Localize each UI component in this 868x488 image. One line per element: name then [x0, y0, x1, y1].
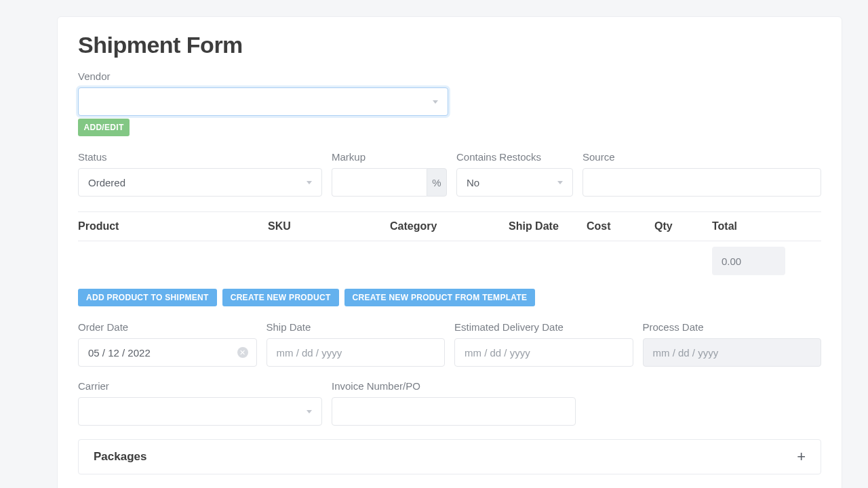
product-actions: ADD PRODUCT TO SHIPMENT CREATE NEW PRODU…: [78, 289, 821, 306]
ship-date-placeholder: mm / dd / yyyy: [277, 347, 342, 359]
order-date-value: 05 / 12 / 2022: [88, 347, 151, 359]
restocks-label: Contains Restocks: [456, 151, 573, 163]
plus-icon[interactable]: +: [797, 449, 806, 464]
page-title: Shipment Form: [78, 32, 821, 58]
status-row: Status Ordered Markup % Contains Restock…: [78, 151, 821, 197]
source-input[interactable]: [583, 168, 821, 197]
markup-label: Markup: [332, 151, 447, 163]
order-date-input[interactable]: 05 / 12 / 2022 ✕: [78, 338, 257, 367]
chevron-down-icon: [433, 100, 438, 104]
delivery-date-placeholder: mm / dd / yyyy: [465, 347, 530, 359]
status-value: Ordered: [88, 177, 125, 188]
markup-input-field[interactable]: [342, 177, 417, 188]
restocks-select[interactable]: No: [456, 168, 573, 197]
shipment-form-card: Shipment Form Vendor ADD/EDIT Status Ord…: [57, 16, 842, 488]
status-select[interactable]: Ordered: [78, 168, 322, 197]
create-product-button[interactable]: CREATE NEW PRODUCT: [222, 289, 339, 306]
invoice-input-field[interactable]: [342, 406, 566, 418]
ship-date-input[interactable]: mm / dd / yyyy: [267, 338, 446, 367]
chevron-down-icon: [557, 181, 563, 184]
col-sku: SKU: [268, 220, 390, 232]
dates-row: Order Date 05 / 12 / 2022 ✕ Ship Date mm…: [78, 321, 821, 367]
invoice-label: Invoice Number/PO: [332, 380, 576, 392]
add-edit-vendor-button[interactable]: ADD/EDIT: [78, 119, 130, 136]
carrier-label: Carrier: [78, 380, 322, 392]
chevron-down-icon: [307, 181, 312, 184]
col-total: Total: [712, 220, 821, 232]
process-date-input: mm / dd / yyyy: [643, 338, 822, 367]
ship-date-label: Ship Date: [267, 321, 446, 333]
delivery-date-label: Estimated Delivery Date: [454, 321, 633, 333]
table-header-row: Product SKU Category Ship Date Cost Qty …: [78, 212, 821, 241]
vendor-label: Vendor: [78, 70, 821, 82]
col-cost: Cost: [587, 220, 654, 232]
invoice-input[interactable]: [332, 397, 576, 426]
markup-input[interactable]: [332, 168, 427, 197]
packages-panel[interactable]: Packages +: [78, 439, 821, 474]
order-date-label: Order Date: [78, 321, 257, 333]
col-category: Category: [390, 220, 509, 232]
add-product-button[interactable]: ADD PRODUCT TO SHIPMENT: [78, 289, 217, 306]
col-product: Product: [78, 220, 268, 232]
process-date-placeholder: mm / dd / yyyy: [653, 347, 719, 359]
clear-icon[interactable]: ✕: [237, 347, 248, 358]
products-table: Product SKU Category Ship Date Cost Qty …: [78, 211, 821, 285]
carrier-select[interactable]: [78, 397, 322, 426]
create-from-template-button[interactable]: CREATE NEW PRODUCT FROM TEMPLATE: [344, 289, 536, 306]
col-shipdate: Ship Date: [509, 220, 587, 232]
carrier-row: Carrier Invoice Number/PO: [78, 380, 821, 426]
percent-suffix: %: [427, 168, 447, 197]
source-label: Source: [583, 151, 821, 163]
vendor-field: Vendor ADD/EDIT: [78, 70, 821, 136]
restocks-value: No: [467, 177, 479, 188]
total-value-cell: 0.00: [712, 247, 785, 275]
vendor-select[interactable]: [78, 87, 448, 116]
delivery-date-input[interactable]: mm / dd / yyyy: [454, 338, 633, 367]
col-qty: Qty: [654, 220, 712, 232]
source-input-field[interactable]: [593, 177, 811, 188]
table-total-row: 0.00: [78, 241, 821, 285]
process-date-label: Process Date: [643, 321, 822, 333]
status-label: Status: [78, 151, 322, 163]
chevron-down-icon: [307, 410, 312, 413]
packages-title: Packages: [94, 450, 146, 464]
